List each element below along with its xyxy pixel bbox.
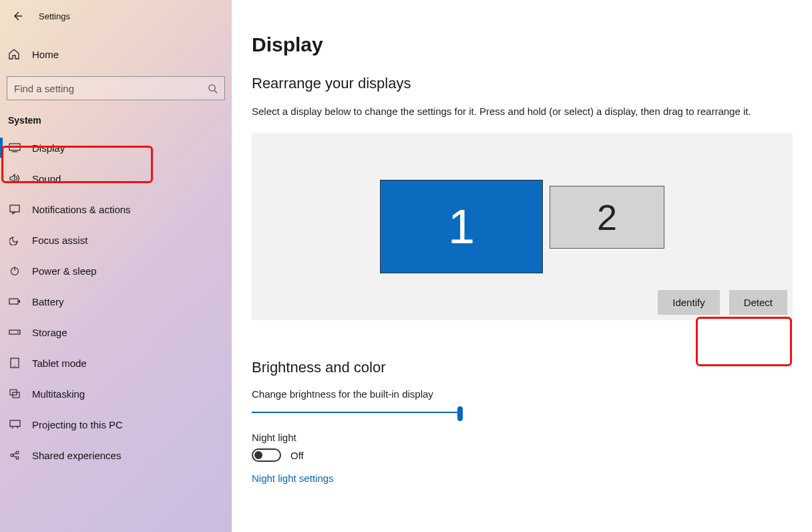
shared-icon <box>8 450 21 460</box>
nightlight-label: Night light <box>252 432 812 443</box>
nightlight-toggle[interactable] <box>252 448 281 462</box>
window-title: Settings <box>39 11 70 21</box>
brightness-slider-label: Change brightness for the built-in displ… <box>252 388 812 400</box>
sidebar-item-focus-assist[interactable]: Focus assist <box>0 225 232 255</box>
sidebar-item-label: Shared experiences <box>32 450 121 461</box>
sidebar-item-label: Tablet mode <box>32 358 87 369</box>
sidebar-item-label: Display <box>32 142 65 154</box>
multitasking-icon <box>8 389 21 398</box>
focus-assist-icon <box>8 235 21 245</box>
monitor-1[interactable]: 1 <box>380 180 543 273</box>
sidebar-home[interactable]: Home <box>0 29 232 74</box>
display-arrangement-area[interactable]: 1 2 Identify Detect <box>252 133 793 320</box>
section-rearrange-title: Rearrange your displays <box>252 75 812 92</box>
sidebar-item-label: Battery <box>32 296 64 307</box>
svg-rect-12 <box>10 420 20 426</box>
svg-rect-2 <box>10 205 19 212</box>
search-input[interactable] <box>14 83 208 94</box>
sidebar-item-shared-experiences[interactable]: Shared experiences <box>0 440 232 471</box>
notifications-icon <box>8 204 21 215</box>
sidebar-item-multitasking[interactable]: Multitasking <box>0 378 232 409</box>
tablet-icon <box>8 358 21 368</box>
power-icon <box>8 265 21 276</box>
main-content: Display Rearrange your displays Select a… <box>232 0 812 532</box>
storage-icon <box>8 329 21 336</box>
sidebar-item-label: Storage <box>32 327 67 338</box>
sidebar-home-label: Home <box>32 49 59 60</box>
battery-icon <box>8 297 21 305</box>
sidebar-item-battery[interactable]: Battery <box>0 286 232 317</box>
nightlight-state: Off <box>290 450 304 461</box>
sidebar-category: System <box>0 112 232 132</box>
sidebar-item-storage[interactable]: Storage <box>0 317 232 348</box>
svg-rect-5 <box>19 300 20 303</box>
sound-icon <box>8 173 21 184</box>
sidebar-item-label: Sound <box>32 173 61 184</box>
svg-point-9 <box>14 366 15 367</box>
sidebar: Settings Home System Display Sound <box>0 0 232 532</box>
sidebar-item-label: Power & sleep <box>32 265 97 277</box>
monitor-1-number: 1 <box>448 199 475 254</box>
display-icon <box>8 143 21 152</box>
home-icon <box>8 48 21 60</box>
search-icon <box>208 84 218 94</box>
svg-point-14 <box>16 451 19 454</box>
svg-point-13 <box>11 454 13 456</box>
nightlight-settings-link[interactable]: Night light settings <box>252 473 812 484</box>
projecting-icon <box>8 420 21 429</box>
slider-track <box>252 412 463 413</box>
sidebar-item-label: Focus assist <box>32 235 87 246</box>
sidebar-item-sound[interactable]: Sound <box>0 163 232 194</box>
sidebar-item-label: Notifications & actions <box>32 204 131 215</box>
svg-point-0 <box>209 84 215 90</box>
sidebar-item-label: Projecting to this PC <box>32 419 123 430</box>
sidebar-item-display[interactable]: Display <box>0 132 232 163</box>
section-rearrange-helper: Select a display below to change the set… <box>252 106 812 117</box>
sidebar-item-label: Multitasking <box>32 388 85 400</box>
identify-button[interactable]: Identify <box>658 290 719 315</box>
section-brightness-title: Brightness and color <box>252 359 812 376</box>
monitor-2-number: 2 <box>597 196 617 238</box>
brightness-slider[interactable] <box>252 405 463 420</box>
page-title: Display <box>252 33 812 56</box>
sidebar-item-projecting[interactable]: Projecting to this PC <box>0 409 232 440</box>
svg-point-15 <box>16 456 19 459</box>
slider-thumb[interactable] <box>457 406 463 421</box>
svg-point-7 <box>17 331 19 333</box>
sidebar-item-tablet-mode[interactable]: Tablet mode <box>0 348 232 378</box>
toggle-knob <box>254 451 262 459</box>
sidebar-item-power-sleep[interactable]: Power & sleep <box>0 255 232 286</box>
svg-rect-1 <box>9 144 20 150</box>
search-input-wrap[interactable] <box>7 76 225 100</box>
sidebar-item-notifications[interactable]: Notifications & actions <box>0 194 232 225</box>
monitor-2[interactable]: 2 <box>550 186 664 249</box>
detect-button[interactable]: Detect <box>729 290 787 315</box>
svg-rect-4 <box>9 299 18 304</box>
back-button[interactable] <box>8 7 27 25</box>
